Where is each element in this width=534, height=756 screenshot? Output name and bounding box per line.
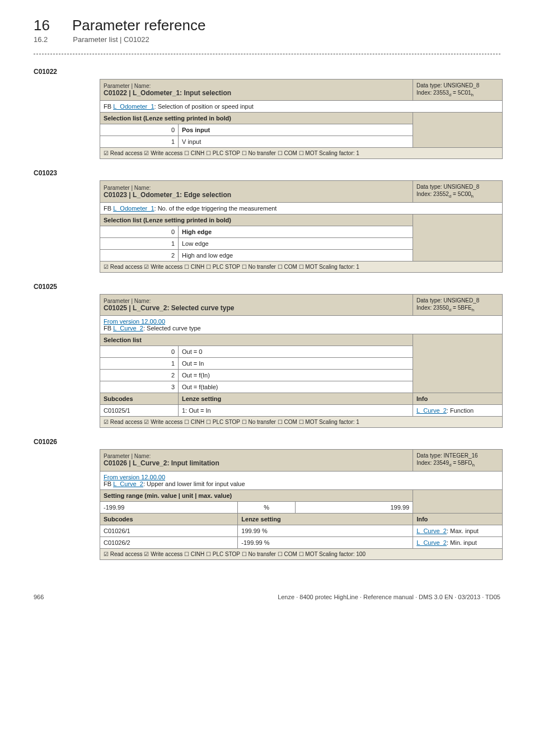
list-text: Pos input	[179, 124, 413, 136]
desc-pre: FB	[104, 205, 113, 212]
info-text: : Max. input	[447, 528, 479, 534]
index: Index: 23550d = 5BFEh	[416, 304, 499, 313]
param-name-label: Parameter | Name:	[104, 185, 409, 191]
list-idx: 0	[100, 226, 179, 237]
list-idx: 1	[100, 237, 179, 249]
list-text: High and low edge	[179, 249, 413, 261]
param-code-c01022: C01022	[34, 68, 500, 76]
datatype: Data type: UNSIGNED_8	[416, 82, 499, 89]
page-number: 966	[34, 594, 44, 600]
datatype: Data type: UNSIGNED_8	[416, 183, 499, 190]
range-min: -199.99	[100, 501, 238, 513]
index: Index: 23549d = 5BFDh	[416, 459, 499, 468]
setting-range-header: Setting range (min. value | unit | max. …	[100, 489, 413, 501]
datatype: Data type: INTEGER_16	[416, 452, 499, 459]
info-link[interactable]: L_Curve_2	[416, 539, 447, 546]
footer-flags: ☑ Read access ☑ Write access ☐ CINH ☐ PL…	[100, 148, 503, 159]
index: Index: 23553d = 5C01h	[416, 89, 499, 98]
info-link[interactable]: L_Curve_2	[416, 407, 447, 414]
divider	[34, 54, 500, 54]
list-text: Out = f(table)	[179, 381, 413, 393]
lenze-setting-header: Lenze setting	[238, 513, 413, 525]
param-code-c01025: C01025	[34, 283, 500, 291]
list-idx: 2	[100, 370, 179, 381]
page-footer: 966 Lenze · 8400 protec HighLine · Refer…	[34, 594, 500, 600]
footer-flags: ☑ Read access ☑ Write access ☐ CINH ☐ PL…	[100, 417, 503, 428]
list-idx: 0	[100, 346, 179, 358]
desc-link[interactable]: L_Odometer_1	[113, 103, 154, 110]
list-text: V input	[179, 136, 413, 148]
info-header: Info	[413, 513, 503, 525]
table-c01026: Parameter | Name: C01026 | L_Curve_2: In…	[100, 449, 503, 559]
list-idx: 1	[100, 358, 179, 370]
subcode-setting: -199.99 %	[238, 536, 413, 548]
param-name-label: Parameter | Name:	[104, 83, 409, 89]
desc-link[interactable]: L_Curve_2	[113, 480, 143, 487]
range-max: 199.99	[295, 501, 413, 513]
chapter-title: Parameter reference	[72, 17, 205, 34]
index: Index: 23552d = 5C00h	[416, 190, 499, 199]
list-text: Out = In	[179, 358, 413, 370]
param-name-value: C01026 | L_Curve_2: Input limitation	[104, 459, 409, 467]
version-note-link[interactable]: From version 12.00.00	[104, 474, 165, 480]
param-name-label: Parameter | Name:	[104, 298, 409, 304]
info-link[interactable]: L_Curve_2	[416, 528, 447, 534]
info-text: : Function	[447, 407, 474, 414]
selection-list-header: Selection list (Lenze setting printed in…	[100, 113, 413, 124]
list-idx: 1	[100, 136, 179, 148]
subsection-number: 16.2	[34, 35, 48, 44]
datatype: Data type: UNSIGNED_8	[416, 297, 499, 304]
param-name-label: Parameter | Name:	[104, 453, 409, 459]
subcode: C01026/1	[100, 525, 238, 536]
param-name-value: C01022 | L_Odometer_1: Input selection	[104, 89, 409, 97]
subcode: C01026/2	[100, 536, 238, 548]
subsection-title: Parameter list | C01022	[73, 35, 149, 44]
param-name-value: C01025 | L_Curve_2: Selected curve type	[104, 304, 409, 312]
param-code-c01026: C01026	[34, 438, 500, 446]
param-code-c01023: C01023	[34, 169, 500, 177]
list-idx: 0	[100, 124, 179, 136]
chapter-number: 16	[34, 17, 50, 34]
list-text: Out = 0	[179, 346, 413, 358]
list-text: Out = f(In)	[179, 370, 413, 381]
desc-post: : Upper and lower limit for input value	[143, 480, 245, 487]
table-c01022: Parameter | Name: C01022 | L_Odometer_1:…	[100, 79, 503, 159]
subsection-header: 16.2 Parameter list | C01022	[34, 35, 500, 44]
desc-pre: FB	[104, 103, 113, 110]
selection-list-header: Selection list	[100, 334, 413, 346]
desc-pre: FB	[104, 325, 113, 332]
desc-link[interactable]: L_Odometer_1	[113, 205, 154, 212]
doc-info: Lenze · 8400 protec HighLine · Reference…	[278, 594, 500, 600]
footer-flags: ☑ Read access ☑ Write access ☐ CINH ☐ PL…	[100, 261, 503, 272]
subcode-setting: 199.99 %	[238, 525, 413, 536]
table-c01025: Parameter | Name: C01025 | L_Curve_2: Se…	[100, 294, 503, 428]
desc-pre: FB	[104, 480, 113, 487]
list-text: High edge	[179, 226, 413, 237]
desc-post: : No. of the edge triggering the measure…	[154, 205, 277, 212]
desc-post: : Selection of position or speed input	[154, 103, 254, 110]
chapter-header: 16 Parameter reference	[34, 17, 500, 34]
list-idx: 3	[100, 381, 179, 393]
info-header: Info	[413, 393, 503, 405]
version-note-link[interactable]: From version 12.00.00	[104, 318, 165, 325]
param-name-value: C01023 | L_Odometer_1: Edge selection	[104, 191, 409, 199]
table-c01023: Parameter | Name: C01023 | L_Odometer_1:…	[100, 180, 503, 272]
desc-post: : Selected curve type	[143, 325, 201, 332]
footer-flags: ☑ Read access ☑ Write access ☐ CINH ☐ PL…	[100, 548, 503, 559]
selection-list-header: Selection list (Lenze setting printed in…	[100, 214, 413, 226]
list-idx: 2	[100, 249, 179, 261]
lenze-setting-header: Lenze setting	[179, 393, 413, 405]
subcodes-header: Subcodes	[100, 513, 238, 525]
info-text: : Min. input	[447, 539, 477, 546]
subcode-setting: 1: Out = In	[179, 405, 413, 417]
subcode: C01025/1	[100, 405, 179, 417]
desc-link[interactable]: L_Curve_2	[113, 325, 143, 332]
range-unit: %	[238, 501, 296, 513]
list-text: Low edge	[179, 237, 413, 249]
subcodes-header: Subcodes	[100, 393, 179, 405]
